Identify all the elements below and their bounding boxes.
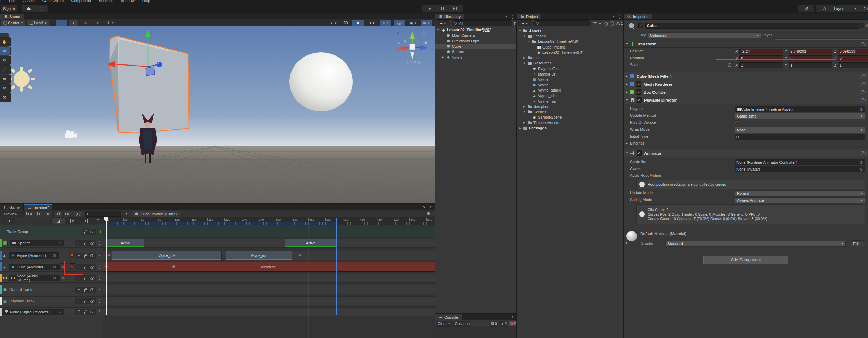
gizmos-dropdown[interactable]: ⊕▼	[421, 20, 432, 26]
kebab-menu-icon[interactable]	[97, 276, 102, 280]
component-enabled-checkbox[interactable]: ✓	[637, 97, 642, 103]
foldout-arrow[interactable]: ▼	[626, 98, 629, 102]
collapse-button[interactable]: Collapse	[453, 321, 471, 327]
clip-vayne_run[interactable]: Vayne_run	[226, 251, 292, 260]
kebab-menu-icon[interactable]	[97, 287, 102, 292]
lock-icon[interactable]	[83, 287, 88, 292]
frame-input[interactable]: 0	[85, 211, 121, 217]
component-header-animator[interactable]: ▼✓Animator	[624, 149, 868, 157]
tab-inspector[interactable]: Inspector	[624, 14, 652, 19]
object-picker-icon[interactable]	[58, 241, 62, 245]
eye-icon[interactable]	[90, 265, 94, 269]
track-row-control-track[interactable]: Control Track	[0, 285, 103, 294]
component-header-cube-mesh-filter-[interactable]: ▶Cube (Mesh Filter)	[624, 72, 868, 80]
add-track-button[interactable]: +▼	[1, 218, 15, 224]
dropdown[interactable]: Game Time▼	[735, 113, 865, 119]
project-item-lol[interactable]: ▶LOL	[517, 55, 624, 61]
clear-button[interactable]: Clear▼	[436, 321, 452, 327]
console-log-area[interactable]	[435, 327, 517, 338]
scene-lighting-toggle[interactable]	[352, 20, 364, 26]
axis-input[interactable]: 0	[739, 55, 783, 61]
warning-count-badge[interactable]: ▲0	[499, 321, 508, 327]
menu-item-help[interactable]: Help	[142, 0, 150, 3]
eye-icon[interactable]	[90, 241, 94, 245]
foldout-arrow[interactable]: ▶	[518, 127, 522, 130]
pin-icon[interactable]	[77, 253, 81, 258]
replace-mode-button[interactable]	[91, 217, 105, 224]
foldout-arrow[interactable]: ▶	[626, 90, 628, 94]
axis-input[interactable]: 0	[789, 55, 832, 61]
project-item-scenes[interactable]: ▼Scenes	[517, 109, 624, 115]
component-enabled-checkbox[interactable]: ✓	[636, 89, 641, 95]
hierarchy-item-sphere[interactable]: Sphere	[435, 49, 517, 54]
record-button[interactable]	[69, 252, 76, 259]
foldout-arrow[interactable]: ▶	[626, 83, 628, 86]
lock-icon[interactable]	[83, 241, 88, 245]
move-tool[interactable]: ✥	[0, 47, 11, 56]
collab-button[interactable]	[34, 5, 48, 12]
sphere-object[interactable]	[289, 52, 353, 111]
object-picker-icon[interactable]	[52, 265, 57, 269]
project-item-timelineassets[interactable]: ▶TimelineAssets	[517, 120, 624, 125]
frame-options-dropdown[interactable]: ▼	[125, 212, 128, 215]
component-enabled-checkbox[interactable]: ✓	[636, 81, 641, 87]
project-search-input[interactable]	[533, 20, 591, 26]
hidden-objects-toggle[interactable]	[393, 20, 406, 26]
eye-icon[interactable]	[90, 287, 94, 292]
active-checkbox[interactable]: ✓	[638, 23, 643, 28]
project-item-vayne[interactable]: Vayne	[517, 82, 624, 88]
create-button[interactable]: +▼	[518, 20, 532, 26]
track-row-none-signal-receiver-[interactable]: None (Signal Receiver)	[0, 307, 103, 316]
tag-dropdown[interactable]: Untagged▼	[648, 32, 761, 38]
increment-snap-toggle[interactable]: ⊞	[79, 20, 91, 26]
dropdown[interactable]: Always Animate▼	[735, 197, 865, 203]
menu-item-component[interactable]: Component	[71, 0, 91, 3]
track-binding-field[interactable]: Vayne (Animator)	[9, 252, 59, 259]
curves-toggle-button[interactable]: ∿	[59, 275, 67, 281]
curves-toggle-button[interactable]: ∿	[59, 263, 67, 270]
eye-icon[interactable]	[90, 276, 94, 280]
preview-toggle[interactable]: Preview	[0, 211, 24, 217]
project-item-lesson02_timeline-[interactable]: Lesson02_Timeline轨道	[517, 50, 624, 55]
pin-icon[interactable]	[77, 287, 81, 292]
kebab-menu-icon[interactable]	[97, 299, 102, 303]
foldout-arrow[interactable]: ▼	[518, 29, 522, 32]
project-item-samples[interactable]: ▶Samples	[517, 104, 624, 109]
track-row-sphere[interactable]: ✓Sphere	[0, 239, 103, 248]
snap-settings-button[interactable]: ⊪▼	[104, 20, 118, 26]
track-binding-field[interactable]: None (Signal Receiver)	[2, 309, 64, 315]
timeline-breadcrumb[interactable]: CubeTimeline (Cube)	[133, 211, 182, 217]
foldout-arrow[interactable]: ▶	[626, 241, 628, 244]
layers-dropdown[interactable]: Layers▼	[832, 5, 859, 12]
timeline-play-button[interactable]	[44, 210, 53, 217]
track-enabled-checkbox[interactable]: ✓	[3, 241, 8, 245]
custom-tool[interactable]: ⚒	[0, 93, 11, 102]
palette-handle[interactable]: ——	[2, 34, 7, 37]
2d-view-toggle[interactable]: 2D	[341, 20, 351, 26]
material-preview-sphere[interactable]	[626, 231, 637, 241]
hierarchy-item-vayne[interactable]: ▶Vayne›	[435, 54, 517, 60]
object-picker-icon[interactable]	[859, 167, 863, 172]
hierarchy-item-main-camera[interactable]: Main Camera	[435, 33, 517, 38]
track-binding-field[interactable]: Sphere	[10, 240, 64, 246]
axis-input[interactable]: 1	[739, 62, 783, 68]
track-row-cube-animator-[interactable]: Cube (Animator)∿	[0, 262, 103, 272]
lock-icon[interactable]	[83, 310, 88, 314]
project-item-lesson[interactable]: ▼Lesson	[517, 34, 624, 39]
object-picker-icon[interactable]	[859, 160, 863, 165]
pin-icon[interactable]	[77, 241, 81, 245]
grid-snap-dropdown[interactable]: ▼	[68, 20, 78, 26]
lock-icon[interactable]	[83, 253, 88, 258]
info-count-badge[interactable]: !0	[490, 321, 498, 327]
static-checkbox[interactable]	[859, 23, 864, 28]
project-item-vayne_run[interactable]: Vayne_run	[517, 98, 624, 104]
step-button[interactable]	[447, 5, 463, 12]
hierarchy-search-input[interactable]: All	[452, 20, 512, 26]
project-item-resources[interactable]: ▼Resources	[517, 61, 624, 66]
object-picker-icon[interactable]	[58, 310, 62, 314]
component-header-playable-director[interactable]: ▼✓Playable Director	[624, 96, 868, 104]
kebab-menu-icon[interactable]	[97, 310, 102, 314]
foldout-arrow[interactable]: ▶	[626, 142, 628, 145]
play-range-button[interactable]: []	[73, 210, 83, 217]
goto-start-button[interactable]	[24, 210, 33, 217]
